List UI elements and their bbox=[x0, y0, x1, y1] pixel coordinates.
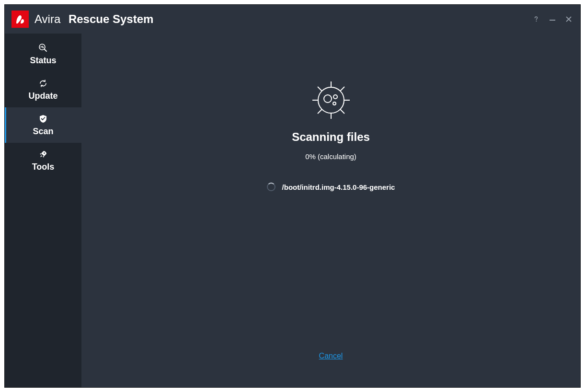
scan-current-file: /boot/initrd.img-4.15.0-96-generic bbox=[282, 183, 395, 191]
main-panel: Scanning files 0% (calculating) /boot/in… bbox=[81, 34, 580, 387]
body: Status Update bbox=[5, 34, 580, 387]
app-title: Avira Rescue System bbox=[34, 12, 153, 26]
scan-progress-text: 0% (calculating) bbox=[305, 152, 356, 161]
svg-line-14 bbox=[340, 87, 344, 91]
svg-point-0 bbox=[536, 21, 537, 22]
sidebar-item-label: Status bbox=[30, 56, 56, 66]
svg-point-17 bbox=[333, 95, 337, 99]
close-button[interactable] bbox=[564, 14, 574, 24]
sidebar-item-label: Scan bbox=[33, 127, 53, 137]
scan-title: Scanning files bbox=[292, 130, 370, 144]
cancel-link[interactable]: Cancel bbox=[319, 352, 343, 360]
svg-line-13 bbox=[340, 109, 344, 114]
scan-shield-icon bbox=[38, 114, 48, 124]
scan-current-file-row: /boot/initrd.img-4.15.0-96-generic bbox=[267, 183, 395, 191]
sidebar-item-update[interactable]: Update bbox=[5, 72, 81, 107]
avira-logo bbox=[11, 11, 29, 28]
status-icon bbox=[38, 43, 48, 53]
svg-point-18 bbox=[333, 102, 336, 105]
virus-icon bbox=[310, 80, 352, 121]
titlebar: Avira Rescue System bbox=[5, 5, 580, 34]
sidebar-item-status[interactable]: Status bbox=[5, 36, 81, 72]
help-button[interactable] bbox=[531, 14, 541, 24]
spinner-icon bbox=[267, 183, 275, 191]
sidebar-item-label: Update bbox=[28, 91, 57, 101]
sidebar: Status Update bbox=[5, 34, 81, 387]
svg-point-16 bbox=[324, 95, 332, 103]
sidebar-item-label: Tools bbox=[32, 162, 55, 172]
svg-point-6 bbox=[44, 152, 45, 154]
app-brand: Avira bbox=[34, 12, 60, 25]
app-window: Avira Rescue System bbox=[4, 4, 581, 388]
sidebar-item-scan[interactable]: Scan bbox=[5, 107, 81, 143]
sidebar-item-tools[interactable]: Tools bbox=[5, 143, 81, 178]
app-product: Rescue System bbox=[69, 12, 153, 25]
tools-rocket-icon bbox=[38, 150, 48, 159]
svg-line-15 bbox=[318, 109, 322, 114]
svg-line-12 bbox=[318, 87, 322, 91]
update-icon bbox=[38, 79, 48, 88]
svg-line-5 bbox=[45, 49, 47, 51]
window-controls bbox=[531, 14, 574, 24]
cancel-row: Cancel bbox=[81, 352, 580, 360]
minimize-button[interactable] bbox=[548, 14, 557, 24]
